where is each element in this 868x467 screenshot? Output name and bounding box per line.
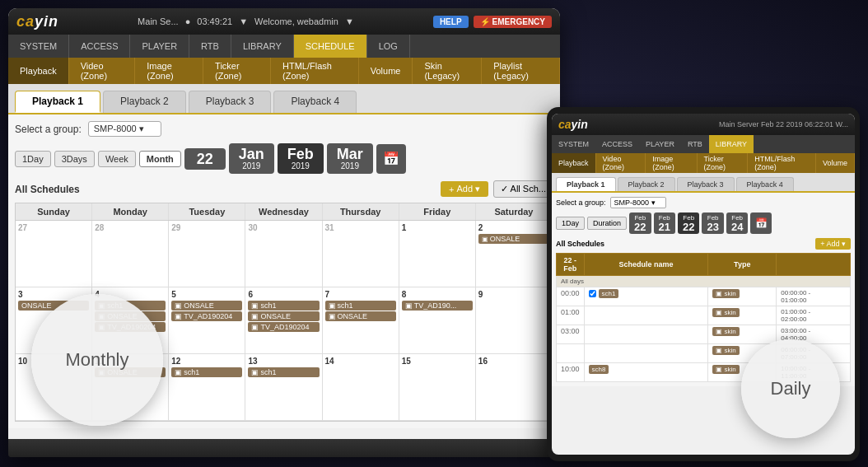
tablet-main-nav: SYSTEM ACCESS PLAYER RTB LIBRARY	[552, 135, 855, 153]
cal-cell[interactable]: 7▣sch1▣ONSALE	[323, 287, 399, 353]
tablet-calendar-icon[interactable]: 📅	[750, 212, 772, 234]
tablet-sub-video[interactable]: Video (Zone)	[596, 153, 646, 173]
cal-cell[interactable]: 6▣sch1▣ONSALE▣TV_AD190204	[245, 287, 322, 353]
emergency-button[interactable]: ⚡ EMERGENCY	[474, 16, 552, 28]
subnav-playlist[interactable]: Playlist (Legacy)	[482, 58, 560, 84]
btn-3days[interactable]: 3Days	[54, 151, 95, 167]
tablet-btn-1day[interactable]: 1Day	[556, 217, 585, 230]
tablet-all-days-label: All days	[557, 276, 851, 287]
schedule-bar: All Schedules + Add ▾ ✓ All Sch...	[15, 180, 553, 198]
cal-row-1: 27 28 29 30 31 1 2▣ONSALE	[16, 221, 553, 287]
schedule-chip: ▣ONSALE	[171, 301, 242, 311]
tablet-all-schedules: All Schedules	[556, 240, 604, 248]
tablet-sched-name-sch8: sch8	[584, 363, 708, 382]
help-button[interactable]: HELP	[433, 16, 469, 28]
tablet-tab-4[interactable]: Playback 4	[736, 177, 794, 191]
laptop-playback-tabs: Playback 1 Playback 2 Playback 3 Playbac…	[8, 84, 560, 114]
tablet-sched-name-sch1: sch1	[584, 287, 708, 306]
subnav-playback[interactable]: Playback	[8, 58, 69, 84]
tablet-nav-library[interactable]: LIBRARY	[709, 135, 754, 153]
tab-playback-4[interactable]: Playback 4	[273, 91, 357, 113]
btn-week[interactable]: Week	[98, 151, 136, 167]
tablet-nav-rtb[interactable]: RTB	[681, 135, 709, 153]
tablet-tab-1[interactable]: Playback 1	[556, 177, 616, 191]
tablet-sub-playback[interactable]: Playback	[552, 153, 596, 173]
cal-cell[interactable]: 16	[476, 354, 553, 420]
col-monday: Monday	[92, 203, 169, 220]
subnav-volume[interactable]: Volume	[359, 58, 413, 84]
nav-library[interactable]: LIBRARY	[231, 35, 294, 58]
header-right: HELP ⚡ EMERGENCY	[433, 16, 552, 28]
schedule-chip: ▣sch1	[325, 301, 396, 311]
cal-cell[interactable]: 8▣TV_AD190...	[399, 287, 476, 353]
tablet-sub-ticker[interactable]: Ticker (Zone)	[698, 153, 749, 173]
tablet-sched-checkbox[interactable]	[589, 290, 596, 297]
cal-cell[interactable]: 30	[245, 221, 322, 287]
plus-icon: +	[449, 184, 454, 194]
cal-cell[interactable]: 15	[399, 354, 476, 420]
subnav-html[interactable]: HTML/Flash (Zone)	[271, 58, 359, 84]
schedule-chip: ▣sch1	[248, 367, 319, 377]
subnav-video[interactable]: Video (Zone)	[69, 58, 136, 84]
tablet-btn-duration[interactable]: Duration	[587, 217, 627, 230]
tablet-time-0600	[557, 344, 585, 363]
subnav-ticker[interactable]: Ticker (Zone)	[203, 58, 271, 84]
tablet-nav-system[interactable]: SYSTEM	[552, 135, 595, 153]
cal-cell[interactable]: 29	[169, 221, 245, 287]
tablet-chip-skin2: ▣ skin	[712, 308, 739, 317]
all-sch-button[interactable]: ✓ All Sch...	[493, 180, 553, 198]
monthly-circle-overlay: Monthly	[31, 294, 163, 426]
tablet-add-button[interactable]: + Add ▾	[815, 238, 851, 250]
subnav-skin[interactable]: Skin (Legacy)	[413, 58, 482, 84]
cal-cell[interactable]: 13▣sch1	[245, 354, 322, 420]
btn-1day[interactable]: 1Day	[15, 151, 51, 167]
cal-cell[interactable]: 1	[399, 221, 476, 287]
tablet-col-type: Type	[708, 254, 777, 276]
col-thursday: Thursday	[323, 203, 399, 220]
cal-cell[interactable]: 27	[16, 221, 92, 287]
cal-cell[interactable]: 2▣ONSALE	[476, 221, 553, 287]
tablet-type-skin2: ▣ skin	[708, 306, 777, 325]
nav-rtb[interactable]: RTB	[189, 35, 231, 58]
tablet-group-label: Select a group:	[556, 198, 606, 207]
date-jan: Jan2019	[229, 143, 274, 174]
nav-player[interactable]: PLAYER	[130, 35, 189, 58]
tablet-nav-player[interactable]: PLAYER	[639, 135, 681, 153]
cal-cell[interactable]: 9	[476, 287, 553, 353]
tablet-sched-name-empty1	[584, 306, 708, 325]
cal-cell[interactable]: 28	[92, 221, 169, 287]
cal-cell[interactable]: 5▣ONSALE▣TV_AD190204	[169, 287, 245, 353]
schedule-chip: ▣sch1	[171, 367, 242, 377]
nav-log[interactable]: LOG	[367, 35, 410, 58]
tablet-sub-volume[interactable]: Volume	[816, 153, 855, 173]
tablet-time-0000: 00:00	[557, 287, 585, 306]
subnav-image[interactable]: Image (Zone)	[135, 58, 203, 84]
cal-cell[interactable]: 31	[323, 221, 399, 287]
cal-cell[interactable]: 14	[323, 354, 399, 420]
tab-playback-3[interactable]: Playback 3	[189, 91, 272, 113]
tablet-nav-access[interactable]: ACCESS	[595, 135, 639, 153]
tab-playback-2[interactable]: Playback 2	[103, 91, 186, 113]
schedule-chip: ▣ONSALE	[325, 311, 396, 321]
tablet-header-info: Main Server Feb 22 2019 06:22:01 W...	[719, 120, 848, 128]
btn-month[interactable]: Month	[139, 151, 181, 167]
group-dropdown[interactable]: SMP-8000 ▾	[88, 121, 161, 137]
tablet-chip-sch8: sch8	[589, 365, 609, 374]
nav-schedule[interactable]: SCHEDULE	[294, 35, 367, 58]
cal-cell[interactable]: 12▣sch1	[169, 354, 245, 420]
group-label: Select a group:	[15, 124, 82, 135]
nav-system[interactable]: SYSTEM	[8, 35, 69, 58]
tablet-tab-3[interactable]: Playback 3	[677, 177, 735, 191]
tablet-type-skin1: ▣ skin	[708, 287, 777, 306]
tablet-tab-2[interactable]: Playback 2	[618, 177, 675, 191]
tablet-sub-image[interactable]: Image (Zone)	[646, 153, 697, 173]
calendar-icon[interactable]: 📅	[376, 144, 406, 174]
tablet-date-feb21: Feb21	[654, 212, 675, 234]
tablet-sub-html[interactable]: HTML/Flash (Zone)	[748, 153, 816, 173]
tablet-group-dropdown[interactable]: SMP-8000 ▾	[610, 197, 666, 208]
add-button[interactable]: + Add ▾	[441, 181, 488, 197]
tablet-device: cayin Main Server Feb 22 2019 06:22:01 W…	[547, 107, 860, 461]
tablet-cayin-logo: cayin	[558, 118, 588, 131]
tab-playback-1[interactable]: Playback 1	[15, 91, 100, 113]
nav-access[interactable]: ACCESS	[69, 35, 130, 58]
